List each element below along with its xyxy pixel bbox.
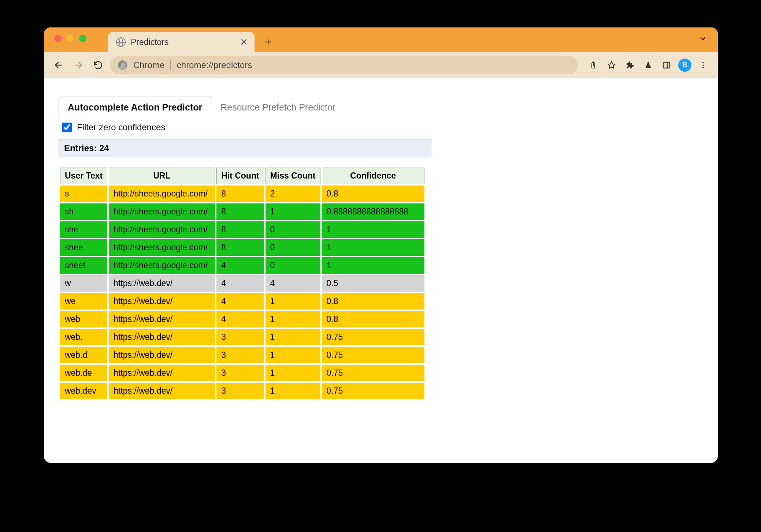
table-row: sheethttp://sheets.google.com/401	[60, 257, 424, 274]
reload-button[interactable]	[90, 57, 106, 73]
cell-conf: 0.8	[322, 311, 424, 327]
cell-conf: 0.75	[322, 383, 424, 399]
profile-avatar[interactable]: B	[677, 57, 693, 73]
window-minimize-button[interactable]	[67, 35, 74, 42]
browser-tab[interactable]: Predictors ✕	[108, 32, 255, 52]
table-row: wehttps://web.dev/410.8	[60, 293, 424, 310]
cell-hit: 4	[216, 311, 264, 327]
cell-hit: 3	[216, 329, 264, 345]
cell-conf: 1	[322, 221, 424, 238]
cell-miss: 1	[266, 383, 320, 399]
avatar: B	[678, 59, 691, 72]
cell-hit: 3	[216, 383, 264, 399]
col-user-text[interactable]: User Text	[60, 168, 107, 184]
svg-rect-3	[663, 62, 670, 68]
cell-url: https://web.dev/	[109, 347, 215, 363]
cell-user-text: web	[60, 311, 107, 327]
table-row: shhttp://sheets.google.com/810.888888888…	[60, 203, 424, 220]
address-bar[interactable]: Chrome chrome://predictors	[110, 56, 578, 74]
sub-tabs: Autocomplete Action Predictor Resource P…	[59, 96, 454, 117]
chrome-icon	[118, 60, 127, 70]
svg-marker-2	[608, 61, 615, 68]
table-row: sheehttp://sheets.google.com/801	[60, 239, 424, 256]
cell-url: https://web.dev/	[109, 275, 215, 292]
window-controls	[54, 35, 86, 42]
cell-conf: 0.75	[322, 329, 424, 345]
table-row: shttp://sheets.google.com/820.8	[60, 186, 424, 202]
col-hit-count[interactable]: Hit Count	[216, 168, 264, 184]
cell-hit: 8	[216, 203, 264, 220]
cell-conf: 1	[322, 239, 424, 256]
predictor-table: User Text URL Hit Count Miss Count Confi…	[59, 166, 426, 401]
window-close-button[interactable]	[54, 35, 62, 42]
cell-user-text: w	[60, 275, 107, 292]
bookmark-star-icon[interactable]	[604, 57, 620, 73]
cell-user-text: sheet	[60, 257, 107, 274]
subtab-label: Autocomplete Action Predictor	[68, 102, 202, 112]
cell-url: http://sheets.google.com/	[109, 203, 215, 220]
cell-miss: 2	[266, 186, 320, 202]
cell-miss: 1	[266, 311, 320, 327]
cell-hit: 8	[216, 186, 264, 202]
cell-miss: 0	[266, 257, 320, 274]
tab-list-chevron-icon[interactable]	[699, 35, 707, 43]
entries-count-text: Entries: 24	[64, 143, 109, 153]
cell-user-text: shee	[60, 239, 107, 256]
browser-window: Predictors ✕ ＋ Chrome chrome://predictor…	[44, 27, 718, 463]
filter-zero-confidence-checkbox[interactable]	[62, 123, 72, 132]
tab-resource-prefetch-predictor[interactable]: Resource Prefetch Predictor	[211, 97, 345, 117]
toolbar-icons: B	[585, 57, 711, 73]
table-row: web.dehttps://web.dev/310.75	[60, 365, 424, 381]
cell-user-text: sh	[60, 203, 107, 220]
table-row: web.dhttps://web.dev/310.75	[60, 347, 424, 363]
share-icon[interactable]	[585, 57, 601, 73]
cell-miss: 1	[266, 329, 320, 345]
cell-user-text: she	[60, 221, 107, 238]
address-url: chrome://predictors	[177, 60, 252, 70]
page-content: Autocomplete Action Predictor Resource P…	[44, 78, 718, 419]
close-tab-icon[interactable]: ✕	[240, 37, 248, 48]
cell-url: https://web.dev/	[109, 293, 215, 310]
filter-row: Filter zero confidences	[59, 117, 703, 139]
side-panel-icon[interactable]	[658, 57, 675, 73]
col-confidence[interactable]: Confidence	[322, 168, 424, 184]
cell-miss: 1	[266, 293, 320, 310]
extensions-puzzle-icon[interactable]	[622, 57, 638, 73]
cell-hit: 3	[216, 347, 264, 363]
cell-miss: 1	[266, 347, 320, 363]
forward-button[interactable]	[70, 57, 86, 73]
globe-icon	[116, 37, 126, 47]
cell-hit: 4	[216, 275, 264, 292]
table-header-row: User Text URL Hit Count Miss Count Confi…	[60, 168, 424, 184]
entries-count-bar: Entries: 24	[59, 139, 432, 157]
cell-hit: 4	[216, 293, 264, 310]
tab-autocomplete-action-predictor[interactable]: Autocomplete Action Predictor	[59, 97, 211, 117]
col-miss-count[interactable]: Miss Count	[266, 168, 320, 184]
svg-point-5	[702, 62, 704, 63]
col-url[interactable]: URL	[109, 168, 215, 184]
cell-conf: 0.8	[322, 186, 424, 202]
new-tab-button[interactable]: ＋	[259, 33, 277, 51]
cell-url: http://sheets.google.com/	[109, 221, 215, 238]
cell-miss: 4	[266, 275, 320, 292]
subtab-label: Resource Prefetch Predictor	[220, 102, 335, 112]
back-button[interactable]	[51, 57, 67, 73]
labs-flask-icon[interactable]	[640, 57, 656, 73]
cell-conf: 0.75	[322, 347, 424, 363]
cell-url: https://web.dev/	[109, 365, 215, 381]
window-zoom-button[interactable]	[79, 35, 86, 42]
cell-user-text: web.	[60, 329, 107, 345]
table-row: webhttps://web.dev/410.8	[60, 311, 424, 327]
overflow-menu-icon[interactable]	[695, 57, 711, 73]
cell-url: https://web.dev/	[109, 311, 215, 327]
cell-user-text: s	[60, 186, 107, 202]
cell-miss: 0	[266, 239, 320, 256]
filter-label: Filter zero confidences	[77, 122, 165, 132]
cell-conf: 0.8888888888888888	[322, 203, 424, 220]
cell-url: https://web.dev/	[109, 383, 215, 399]
table-row: shehttp://sheets.google.com/801	[60, 221, 424, 238]
cell-hit: 8	[216, 221, 264, 238]
cell-hit: 3	[216, 365, 264, 381]
cell-conf: 1	[322, 257, 424, 274]
cell-user-text: web.d	[60, 347, 107, 363]
